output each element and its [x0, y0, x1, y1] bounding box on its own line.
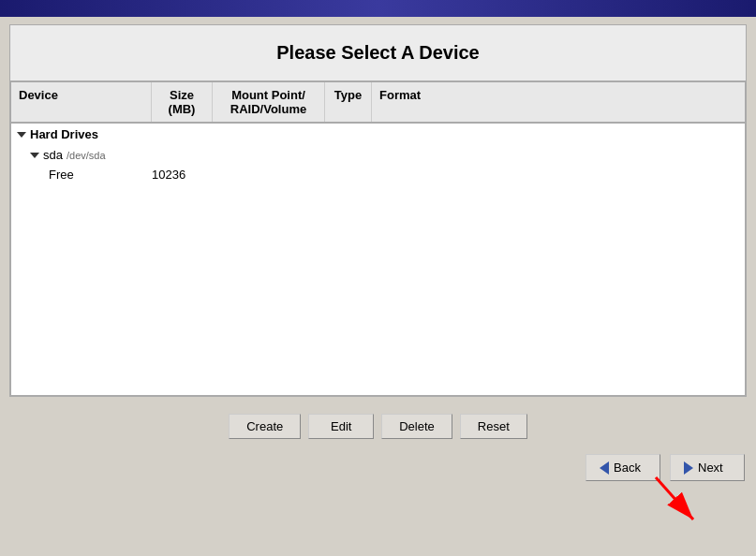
tree-row-free[interactable]: Free 10236	[11, 165, 745, 184]
table-body: Hard Drives sda /dev/sda Free 10236	[11, 124, 745, 395]
sda-label: sda	[43, 148, 63, 162]
tree-row-hard-drives[interactable]: Hard Drives	[11, 124, 745, 145]
col-header-device: Device	[11, 82, 152, 122]
device-table: Device Size (MB) Mount Point/ RAID/Volum…	[10, 81, 746, 396]
back-button[interactable]: Back	[586, 454, 660, 481]
col-header-type: Type	[325, 82, 372, 122]
hard-drives-label: Hard Drives	[30, 127, 98, 141]
table-header: Device Size (MB) Mount Point/ RAID/Volum…	[11, 82, 745, 124]
chevron-down-icon-sda	[30, 153, 39, 158]
tree-row-sda[interactable]: sda /dev/sda	[11, 145, 745, 165]
main-container: Please Select A Device Device Size (MB) …	[9, 24, 747, 397]
edit-button[interactable]: Edit	[308, 414, 374, 439]
col-header-mount: Mount Point/ RAID/Volume	[213, 82, 325, 122]
create-button[interactable]: Create	[229, 414, 301, 439]
delete-button[interactable]: Delete	[381, 414, 452, 439]
back-arrow-icon	[600, 461, 609, 475]
nav-buttons-row: Back Next	[0, 446, 756, 489]
back-label: Back	[614, 461, 641, 475]
free-size: 10236	[152, 168, 185, 182]
col-header-size: Size (MB)	[152, 82, 213, 122]
free-label: Free	[49, 168, 152, 182]
chevron-down-icon	[17, 132, 26, 138]
next-arrow-icon	[684, 461, 693, 475]
reset-button[interactable]: Reset	[460, 414, 527, 439]
next-button[interactable]: Next	[670, 454, 745, 481]
top-bar	[0, 0, 756, 17]
col-header-format: Format	[372, 82, 428, 122]
next-label: Next	[698, 461, 723, 475]
action-buttons-row: Create Edit Delete Reset	[0, 404, 756, 446]
title-section: Please Select A Device	[10, 25, 746, 81]
page-title: Please Select A Device	[20, 42, 736, 64]
sda-path: /dev/sda	[67, 150, 106, 161]
